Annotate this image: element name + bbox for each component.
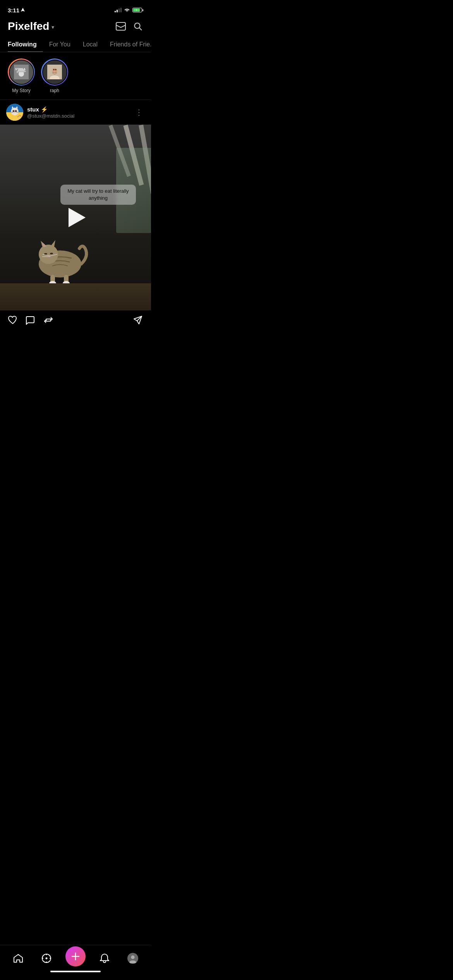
video-caption: My cat will try to eat literally anythin… <box>60 185 136 205</box>
svg-point-21 <box>13 110 15 112</box>
play-button[interactable] <box>62 204 89 231</box>
post-avatar <box>6 104 23 121</box>
svg-rect-17 <box>6 118 23 121</box>
signal-bars <box>115 8 122 12</box>
my-story-avatar: STREA K <box>9 60 34 85</box>
search-button[interactable] <box>132 21 143 32</box>
my-story-ring: STREA K <box>8 58 35 86</box>
svg-point-22 <box>15 110 17 112</box>
actions-left <box>8 315 53 325</box>
tab-local[interactable]: Local <box>77 37 104 52</box>
svg-marker-0 <box>21 8 25 12</box>
post-user[interactable]: stux ⚡ @stux@mstdn.social <box>6 104 74 121</box>
video-thumbnail: My cat will try to eat literally anythin… <box>0 125 151 310</box>
post-actions <box>0 310 151 330</box>
tab-friends-of-friends[interactable]: Friends of Frie... <box>104 37 151 52</box>
status-icons <box>115 8 143 12</box>
app-header: Pixelfed ▾ <box>0 17 151 37</box>
svg-line-4 <box>139 28 142 30</box>
stux-avatar-image <box>6 104 23 121</box>
svg-marker-30 <box>50 240 55 247</box>
svg-point-18 <box>11 108 19 115</box>
stories-row: STREA K My Story <box>0 52 151 100</box>
svg-rect-10 <box>17 71 26 72</box>
chevron-down-icon[interactable]: ▾ <box>51 24 54 30</box>
svg-rect-2 <box>116 22 125 30</box>
tab-following[interactable]: Following <box>8 37 43 52</box>
story-item-raph[interactable]: raph <box>41 58 68 93</box>
repost-button[interactable] <box>43 315 53 325</box>
play-triangle-icon <box>69 208 86 227</box>
battery-bolt-icon <box>135 9 138 12</box>
more-options-button[interactable]: ⋮ <box>134 106 145 118</box>
svg-point-13 <box>53 69 55 70</box>
post-video[interactable]: My cat will try to eat literally anythin… <box>0 125 151 310</box>
raph-avatar-image <box>47 65 62 79</box>
post-item: stux ⚡ @stux@mstdn.social ⋮ My cat will … <box>0 100 151 330</box>
header-left[interactable]: Pixelfed ▾ <box>8 20 54 33</box>
svg-point-14 <box>55 69 57 70</box>
battery-icon <box>132 8 143 12</box>
post-user-info: stux ⚡ @stux@mstdn.social <box>27 106 74 119</box>
status-time: 3:11 <box>8 7 25 14</box>
tab-for-you[interactable]: For You <box>43 37 77 52</box>
svg-marker-1 <box>136 9 137 12</box>
raph-story-ring <box>41 58 68 86</box>
like-button[interactable] <box>8 315 18 325</box>
my-story-label: My Story <box>12 88 30 93</box>
svg-point-32 <box>44 253 47 255</box>
svg-point-28 <box>39 245 58 264</box>
app-title: Pixelfed <box>8 20 49 33</box>
raph-story-avatar <box>42 60 67 85</box>
raph-story-label: raph <box>50 88 59 93</box>
comment-button[interactable] <box>26 315 36 325</box>
inbox-button[interactable] <box>115 21 126 32</box>
header-right <box>115 21 143 32</box>
my-story-avatar-image: STREA K <box>14 65 29 79</box>
svg-point-3 <box>135 23 140 29</box>
status-bar: 3:11 <box>0 0 151 17</box>
location-icon <box>21 8 25 12</box>
share-button[interactable] <box>133 315 143 325</box>
wifi-icon <box>124 8 130 12</box>
feed-tabs: Following For You Local Friends of Frie.… <box>0 37 151 52</box>
svg-point-33 <box>50 253 53 254</box>
post-handle: @stux@mstdn.social <box>27 113 74 119</box>
post-username: stux ⚡ <box>27 106 74 113</box>
post-header: stux ⚡ @stux@mstdn.social ⋮ <box>0 100 151 125</box>
story-item-my-story[interactable]: STREA K My Story <box>8 58 35 93</box>
